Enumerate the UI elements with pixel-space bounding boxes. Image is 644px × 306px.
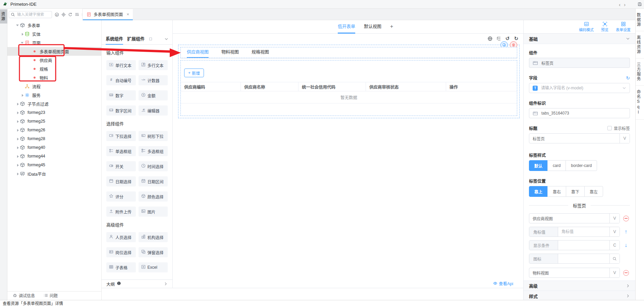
palette-item-checkboxes[interactable]: 多选框组 [139, 146, 168, 156]
redo-icon[interactable]: ↻ [513, 36, 519, 42]
expand-arrow-icon[interactable] [15, 128, 20, 132]
resources-dock-tab[interactable]: 资源 [0, 9, 7, 24]
chevron-down-icon[interactable] [164, 37, 168, 41]
tree-item-6[interactable]: 物料 [7, 73, 101, 82]
locate-target-icon[interactable] [61, 12, 66, 17]
expand-arrow-icon[interactable] [20, 40, 25, 45]
form-tab-material[interactable]: 物料视图 [221, 47, 239, 58]
chevron-right-icon[interactable] [164, 282, 168, 286]
palette-item-subtable[interactable]: 子表格 [106, 262, 136, 272]
expand-arrow-icon[interactable] [15, 110, 20, 115]
undo-icon[interactable]: ↺ [504, 36, 511, 42]
tree-item-14[interactable]: formeg40 [7, 143, 101, 152]
view-api-link[interactable]: 查看Api [493, 280, 513, 287]
palette-item-popup[interactable]: 弹窗选择 [139, 247, 168, 257]
nav-back-icon[interactable]: ‹ [619, 2, 621, 7]
palette-footer[interactable]: 大纲 [102, 279, 172, 288]
dock-tab-third-party[interactable]: 三方服务 [636, 58, 644, 86]
tree-item-15[interactable]: formeg44 [7, 152, 101, 161]
tab-position-top[interactable]: 靠上 [529, 186, 548, 197]
code-mode-button[interactable]: 编码模式 [579, 21, 594, 32]
palette-item-time[interactable]: 时间选择 [139, 161, 168, 171]
section-basic[interactable]: 基础 [524, 34, 635, 44]
dock-tab-datasource[interactable]: 数据源 [636, 9, 644, 31]
palette-item-daterange[interactable]: 日期区间 [139, 176, 168, 186]
tab-style-border-card[interactable]: border-card [566, 160, 597, 171]
tab-low-code-form[interactable]: 低开表单 [338, 20, 355, 34]
search-box[interactable] [9, 11, 52, 18]
c-button[interactable]: C [609, 241, 620, 250]
ai-assistant-icon[interactable]: @ [54, 12, 59, 17]
expand-arrow-icon[interactable] [15, 101, 20, 106]
expand-arrow-icon[interactable] [15, 171, 20, 176]
palette-item-select[interactable]: 下拉选择 [106, 131, 136, 141]
preview-button[interactable]: 预览 [601, 21, 608, 32]
tab-style-card[interactable]: card [547, 160, 566, 171]
debug-info-button[interactable]: 调试信息 [13, 293, 35, 298]
expand-arrow-icon[interactable] [15, 119, 20, 124]
remove-tab-icon[interactable] [623, 216, 629, 221]
tree-item-16[interactable]: formeg45 [7, 161, 101, 169]
palette-item-numrange[interactable]: 1~3数字区间 [106, 105, 136, 116]
sync-icon[interactable]: ↻ [626, 75, 630, 81]
icon-search-button[interactable] [609, 254, 620, 263]
search-input[interactable] [16, 12, 50, 17]
document-tab-active[interactable]: 多表单视图页面 × [83, 9, 133, 20]
tree-item-5[interactable]: 规格 [7, 64, 101, 73]
tree-item-17[interactable]: IData平台 [7, 169, 101, 178]
form-settings-button[interactable]: 表单设置 [616, 21, 631, 32]
add-row-button[interactable]: + 新增 [184, 69, 204, 77]
tab-extend-components[interactable]: 扩展组件 [127, 34, 145, 45]
show-label-checkbox[interactable]: 显示标签 [607, 125, 630, 131]
component-value-input[interactable] [541, 60, 626, 65]
tab-item-name-input[interactable] [529, 268, 609, 277]
expand-arrow-icon[interactable] [20, 93, 25, 97]
expand-arrow-icon[interactable] [15, 23, 20, 28]
tree-item-13[interactable]: formeg28 [7, 134, 101, 143]
move-down-icon[interactable]: ↓ [625, 243, 627, 248]
title-v-button[interactable]: V [620, 134, 630, 143]
v-button[interactable]: V [609, 214, 620, 223]
tree-item-9[interactable]: 子节点过滤 [7, 99, 101, 108]
selected-tabs-component[interactable]: 供应商视图 物料视图 规格视图 + 新增 供应商编码 供应商名称 统一社会信用代… [178, 45, 520, 118]
dock-tab-offline-resources[interactable]: 离线资源 [636, 31, 644, 58]
palette-item-post[interactable]: 岗位选择 [106, 247, 136, 257]
palette-item-textarea[interactable]: A多行文本 [139, 60, 168, 70]
condition-input[interactable] [558, 241, 609, 250]
tree-item-3[interactable]: 多表单视图页面 [7, 47, 101, 56]
close-icon[interactable]: × [127, 12, 129, 17]
expand-arrow-icon[interactable] [15, 136, 20, 141]
palette-item-person[interactable]: 人员选择 [106, 232, 136, 242]
tab-item-name-input[interactable] [529, 214, 609, 223]
v-button[interactable]: V [609, 268, 620, 277]
palette-item-date[interactable]: 日期选择 [106, 176, 136, 186]
form-tab-supplier[interactable]: 供应商视图 [187, 47, 209, 58]
component-id-input[interactable] [541, 111, 626, 116]
palette-item-editor[interactable]: A编辑器 [139, 105, 168, 116]
checkbox-icon[interactable] [607, 126, 612, 130]
tab-system-components[interactable]: 系统组件 [106, 34, 123, 45]
problems-button[interactable]: 问题 [44, 293, 58, 298]
add-view-tab-button[interactable]: + [390, 20, 393, 34]
expand-arrow-icon[interactable] [15, 163, 20, 167]
expand-arrow-icon[interactable] [15, 145, 20, 150]
tree-item-7[interactable]: 流程 [7, 82, 101, 91]
field-input[interactable] [540, 85, 620, 91]
tab-position-bottom[interactable]: 靠下 [566, 186, 585, 197]
tab-default-view[interactable]: 默认视图 [364, 20, 381, 34]
icon-input[interactable] [558, 254, 609, 263]
expand-arrow-icon[interactable] [15, 154, 20, 159]
palette-item-color[interactable]: 颜色选择 [139, 191, 168, 202]
tree-item-10[interactable]: formeg23 [7, 108, 101, 117]
badge-input[interactable] [558, 227, 609, 236]
palette-item-image[interactable]: 图片 [139, 207, 168, 217]
expand-arrow-icon[interactable] [20, 32, 25, 36]
palette-item-money[interactable]: ¥金额 [139, 90, 168, 100]
form-tab-spec[interactable]: 规格视图 [252, 47, 269, 58]
globe-icon[interactable] [487, 36, 493, 42]
tree-item-0[interactable]: 多表单 [7, 21, 101, 30]
tree-item-1[interactable]: 实体 [7, 30, 101, 38]
title-input[interactable] [529, 134, 620, 143]
tab-style-default[interactable]: 默认 [529, 160, 548, 171]
palette-item-number[interactable]: 123数字 [106, 90, 136, 100]
